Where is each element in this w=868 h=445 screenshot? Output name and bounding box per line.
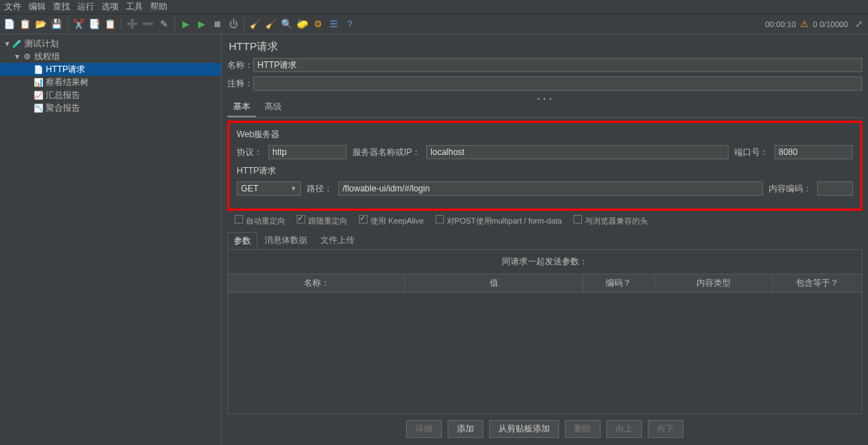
list-icon[interactable]: ☰	[327, 18, 340, 31]
server-label: 服务器名称或IP：	[352, 146, 420, 159]
templates-icon[interactable]: 📋	[19, 18, 31, 31]
menu-edit[interactable]: 编辑	[29, 1, 46, 13]
save-icon[interactable]: 💾	[50, 18, 63, 31]
menubar: 文件 编辑 查找 运行 选项 工具 帮助	[0, 0, 868, 14]
new-icon[interactable]: 📄	[3, 18, 16, 31]
tree-label: 察看结果树	[46, 76, 89, 89]
reset-search-icon[interactable]: 🧽	[296, 18, 309, 31]
tab-upload[interactable]: 文件上传	[315, 232, 360, 249]
port-input[interactable]	[774, 145, 853, 159]
config-tabs: 基本 高级	[227, 99, 862, 118]
delete-button[interactable]: 删除	[565, 420, 601, 438]
warning-icon[interactable]: ⚠	[800, 19, 809, 29]
menu-tools[interactable]: 工具	[126, 1, 143, 13]
tree-label: 线程组	[34, 51, 60, 63]
panel-title: HTTP请求	[229, 40, 862, 54]
menu-options[interactable]: 选项	[102, 1, 119, 13]
tree-label: 聚合报告	[46, 102, 80, 114]
clear-all-icon[interactable]: 🧹	[265, 18, 277, 31]
encoding-input[interactable]	[817, 181, 853, 196]
up-button[interactable]: 向上	[606, 420, 642, 438]
chevron-down-icon: ▼	[290, 185, 297, 192]
tree-node-threadgroup[interactable]: ▾⚙ 线程组	[0, 50, 221, 63]
chk-follow-redirect[interactable]: 跟随重定向	[297, 215, 347, 226]
params-table-body[interactable]	[228, 293, 862, 414]
chk-browser-headers[interactable]: 与浏览器兼容的头	[573, 215, 648, 226]
name-input[interactable]	[253, 58, 862, 72]
bottom-button-bar: 详细 添加 从剪贴板添加 删除 向上 向下	[227, 414, 862, 442]
toolbar: 📄 📋 📂 💾 ✂️ 📑 📋 ➕ ➖ ✎ ▶ ▶ ⏹ ⏻ 🧹 🧹 🔍 🧽 ⚙ ☰…	[0, 14, 868, 34]
paste-icon[interactable]: 📋	[104, 18, 117, 31]
webserver-group-label: Web服务器	[237, 129, 853, 141]
col-name: 名称：	[228, 274, 405, 292]
tree-node-summary-report[interactable]: 📈 汇总报告	[0, 89, 221, 101]
function-helper-icon[interactable]: ⚙	[312, 18, 325, 31]
method-select[interactable]: GET ▼	[237, 181, 301, 196]
method-value: GET	[241, 184, 259, 194]
col-content-type: 内容类型	[655, 274, 774, 292]
chk-keepalive[interactable]: 使用 KeepAlive	[359, 215, 424, 226]
chk-multipart[interactable]: 对POST使用multipart / form-data	[435, 215, 562, 226]
web-server-section: Web服务器 协议： 服务器名称或IP： 端口号： HTTP请求 GET ▼ 路…	[227, 121, 862, 211]
tree-label: 汇总报告	[46, 89, 80, 101]
col-encode: 编码？	[583, 274, 655, 292]
add-button[interactable]: 添加	[448, 420, 483, 438]
plus-icon[interactable]: ➕	[126, 18, 139, 31]
col-include: 包含等于？	[773, 274, 862, 292]
tree-node-http-request[interactable]: 📄 HTTP请求	[0, 63, 221, 76]
chk-auto-redirect[interactable]: 自动重定向	[235, 215, 285, 226]
stop-icon[interactable]: ⏹	[211, 18, 224, 31]
shutdown-icon[interactable]: ⏻	[227, 18, 240, 31]
menu-help[interactable]: 帮助	[150, 1, 167, 13]
comment-label: 注释：	[227, 78, 253, 90]
tab-body[interactable]: 消息体数据	[259, 232, 313, 249]
menu-run[interactable]: 运行	[77, 1, 94, 13]
path-input[interactable]	[338, 181, 763, 196]
comment-input[interactable]	[253, 76, 862, 91]
tab-advanced[interactable]: 高级	[259, 99, 287, 117]
tree-node-view-results[interactable]: 📊 察看结果树	[0, 76, 221, 89]
server-input[interactable]	[426, 145, 729, 159]
cut-icon[interactable]: ✂️	[72, 18, 85, 31]
tree-node-aggregate-report[interactable]: 📉 聚合报告	[0, 101, 221, 114]
params-panel: 同请求一起发送参数： 名称： 值 编码？ 内容类型 包含等于？	[227, 249, 862, 414]
search-icon[interactable]: 🔍	[280, 18, 293, 31]
encoding-label: 内容编码：	[769, 183, 812, 195]
test-plan-tree[interactable]: ▾🧪 测试计划 ▾⚙ 线程组 📄 HTTP请求 📊 察看结果树 📈 汇总报告 📉…	[0, 34, 222, 445]
detail-button[interactable]: 详细	[406, 420, 442, 438]
copy-icon[interactable]: 📑	[88, 18, 101, 31]
params-header: 名称： 值 编码？ 内容类型 包含等于？	[228, 274, 862, 293]
params-title: 同请求一起发送参数：	[228, 250, 862, 274]
menu-search[interactable]: 查找	[53, 1, 70, 13]
help-icon[interactable]: ?	[343, 18, 356, 31]
protocol-input[interactable]	[268, 145, 347, 159]
tree-label: HTTP请求	[46, 64, 85, 76]
expand-icon[interactable]: ⤢	[852, 18, 865, 31]
path-label: 路径：	[307, 183, 332, 195]
col-value: 值	[405, 274, 583, 292]
tree-label: 测试计划	[24, 38, 59, 50]
run-notimer-icon[interactable]: ▶	[195, 18, 208, 31]
menu-file[interactable]: 文件	[4, 1, 21, 13]
httpreq-group-label: HTTP请求	[237, 165, 853, 177]
options-row: 自动重定向 跟随重定向 使用 KeepAlive 对POST使用multipar…	[227, 212, 862, 229]
protocol-label: 协议：	[237, 146, 262, 159]
tree-node-testplan[interactable]: ▾🧪 测试计划	[0, 37, 221, 50]
clear-icon[interactable]: 🧹	[249, 18, 262, 31]
name-label: 名称：	[227, 59, 253, 71]
tab-basic[interactable]: 基本	[227, 99, 256, 117]
port-label: 端口号：	[734, 146, 769, 159]
tab-params[interactable]: 参数	[227, 232, 257, 249]
editor-panel: HTTP请求 名称： 注释： • • • 基本 高级 Web服务器 协议： 服务…	[222, 34, 868, 445]
run-icon[interactable]: ▶	[179, 18, 192, 31]
thread-counts: 0 0/10000	[813, 20, 848, 29]
clipboard-add-button[interactable]: 从剪贴板添加	[489, 420, 559, 438]
wand-icon[interactable]: ✎	[157, 18, 170, 31]
down-button[interactable]: 向下	[648, 420, 684, 438]
elapsed-time: 00:00:10	[765, 20, 796, 29]
param-tabs: 参数 消息体数据 文件上传	[227, 232, 862, 249]
open-icon[interactable]: 📂	[34, 18, 47, 31]
minus-icon[interactable]: ➖	[142, 18, 154, 31]
